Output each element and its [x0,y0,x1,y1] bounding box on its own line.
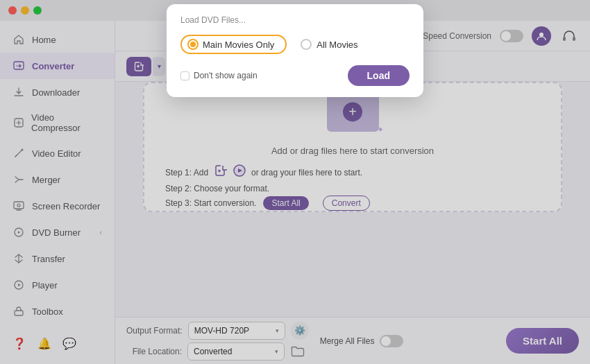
modal-overlay: Load DVD Files... Main Movies Only All M… [0,0,590,364]
main-movies-radio[interactable] [187,39,199,50]
dont-show-checkbox[interactable] [180,71,189,80]
load-dvd-modal: Load DVD Files... Main Movies Only All M… [167,4,423,97]
modal-bottom: Don't show again Load [180,65,410,86]
load-button[interactable]: Load [348,65,410,86]
modal-options: Main Movies Only All Movies [180,35,410,54]
all-movies-option[interactable]: All Movies [301,35,357,54]
dont-show-label: Don't show again [194,71,258,80]
all-movies-radio[interactable] [301,39,312,50]
main-movies-label: Main Movies Only [203,40,274,50]
main-movies-option[interactable]: Main Movies Only [180,35,287,54]
all-movies-label: All Movies [317,40,357,50]
radio-inner-selected [190,42,196,47]
dont-show-checkbox-row[interactable]: Don't show again [180,71,258,80]
load-label: Load [367,70,390,81]
modal-title: Load DVD Files... [180,15,410,25]
